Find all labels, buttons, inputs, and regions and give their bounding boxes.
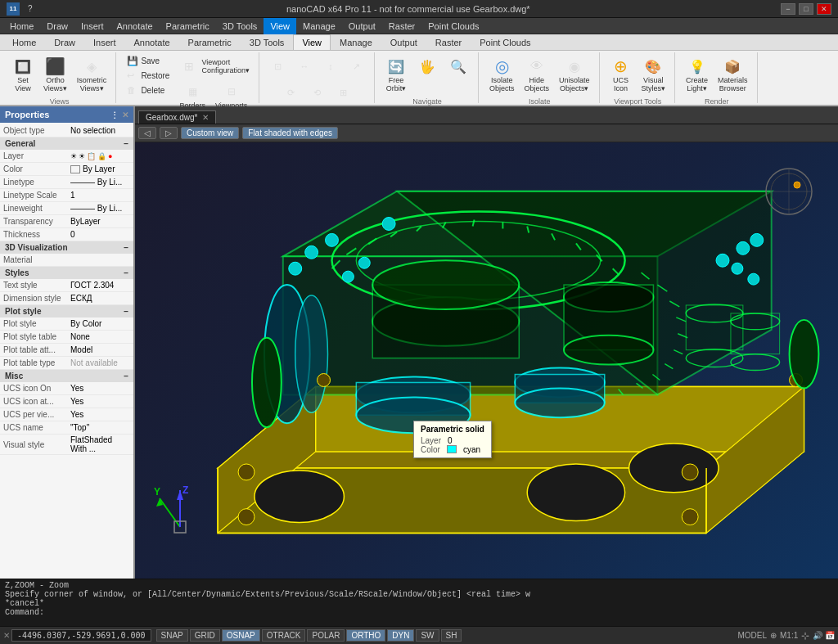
tab-draw[interactable]: Draw — [45, 34, 84, 50]
otrack-button[interactable]: OTRACK — [262, 629, 306, 642]
menu-item-parametric[interactable]: Parametric — [160, 18, 216, 34]
misc-collapse-icon[interactable]: − — [124, 372, 128, 381]
coord-btn-4[interactable]: ↗ — [345, 54, 369, 79]
ortho-views-button[interactable]: ⬛ OrthoViews▾ — [39, 54, 71, 96]
tab-parametric[interactable]: Parametric — [179, 34, 241, 50]
create-light-button[interactable]: 💡 CreateLight▾ — [682, 54, 712, 96]
tab-home[interactable]: Home — [3, 34, 45, 50]
props-toolbar-icon[interactable]: ⋮ — [110, 110, 119, 119]
menu-item-view[interactable]: View — [264, 18, 296, 34]
current-view-button[interactable]: Custom view — [181, 127, 239, 139]
plot-table-att-value[interactable]: Model — [70, 345, 130, 354]
pan-button[interactable]: 🖐 — [412, 54, 442, 79]
unisolate-objects-button[interactable]: ◉ UnisolateObjects▾ — [555, 54, 594, 96]
coord-btn-2[interactable]: ↔ — [292, 54, 317, 79]
3d-viz-collapse-icon[interactable]: − — [124, 243, 128, 252]
menu-item-output[interactable]: Output — [342, 18, 382, 34]
isolate-objects-button[interactable]: ◎ IsolateObjects — [485, 54, 519, 96]
isometric-views-button[interactable]: ◈ IsometricViews▾ — [73, 54, 111, 96]
command-area[interactable]: Z,ZOOM - Zoom Specify corner of window, … — [0, 579, 838, 626]
tab-annotate[interactable]: Annotate — [125, 34, 179, 50]
ribbon-group-views: 🔲 SetView ⬛ OrthoViews▾ ◈ IsometricViews… — [3, 52, 116, 103]
misc-section: Misc − UCS icon On Yes UCS icon at... Ye… — [0, 370, 133, 455]
sh-button[interactable]: SH — [441, 629, 462, 642]
ucs-name-value[interactable]: "Top" — [70, 423, 130, 432]
tab-view[interactable]: View — [293, 34, 331, 50]
menu-item-insert[interactable]: Insert — [74, 18, 110, 34]
linetype-value[interactable]: ——— By Li... — [70, 178, 130, 187]
nav-fwd-button[interactable]: ▷ — [160, 127, 178, 139]
visual-style-value[interactable]: FlatShaded With ... — [70, 435, 130, 453]
tab-raster[interactable]: Raster — [426, 34, 471, 50]
ucs-icon-btn-icon: ⊕ — [611, 56, 631, 76]
transparency-value[interactable]: ByLayer — [70, 217, 130, 226]
menu-item-home[interactable]: Home — [3, 18, 40, 34]
coord-btn-3[interactable]: ↕ — [318, 54, 343, 79]
dim-style-value[interactable]: ЕСКД — [70, 294, 130, 303]
dyn-button[interactable]: DYN — [387, 629, 414, 642]
ucs-icon-at-value[interactable]: Yes — [70, 397, 130, 406]
plot-style-table-value[interactable]: None — [70, 332, 130, 341]
coord-btn-1[interactable]: ⊡ — [266, 54, 291, 79]
svg-point-38 — [305, 245, 318, 259]
nav-back-button[interactable]: ◁ — [138, 127, 156, 139]
ucs-per-view-value[interactable]: Yes — [70, 410, 130, 419]
status-bar: ✕ -4496.0307,-529.9691,0.000 SNAP GRID O… — [0, 626, 838, 644]
menu-item-manage[interactable]: Manage — [296, 18, 342, 34]
save-icon: 💾 — [127, 56, 138, 66]
coord-btn-7[interactable]: ⊞ — [331, 80, 356, 105]
grid-button[interactable]: GRID — [190, 629, 220, 642]
visual-style-row: Visual style FlatShaded With ... — [0, 435, 133, 455]
shading-mode-button[interactable]: Flat shaded with edges — [242, 127, 338, 139]
osnap-button[interactable]: OSNAP — [222, 629, 260, 642]
props-close-icon[interactable]: ✕ — [122, 110, 128, 119]
color-value[interactable]: By Layer — [70, 164, 130, 173]
thickness-value[interactable]: 0 — [70, 230, 130, 239]
visual-styles-button[interactable]: 🎨 VisualStyles▾ — [638, 54, 670, 96]
ortho-button[interactable]: ORTHO — [346, 629, 385, 642]
plot-style-row-value[interactable]: By Color — [70, 319, 130, 328]
lineweight-value[interactable]: ——— By Li... — [70, 204, 130, 213]
sw-button[interactable]: SW — [416, 629, 439, 642]
coord-btn-6[interactable]: ⟲ — [305, 80, 330, 105]
menu-item-annotate[interactable]: Annotate — [110, 18, 160, 34]
maximize-button[interactable]: □ — [799, 3, 813, 15]
hide-objects-button[interactable]: 👁 HideObjects — [520, 54, 553, 96]
ucs-icon-on-value[interactable]: Yes — [70, 384, 130, 393]
free-orbit-button[interactable]: 🔄 FreeOrbit▾ — [381, 54, 411, 96]
tab-pointclouds[interactable]: Point Clouds — [471, 34, 539, 50]
tab-3dtools[interactable]: 3D Tools — [241, 34, 294, 50]
menu-item-draw[interactable]: Draw — [40, 18, 74, 34]
free-orbit-label: FreeOrbit▾ — [386, 77, 407, 93]
snap-button[interactable]: SNAP — [156, 629, 188, 642]
save-viewport-button[interactable]: 💾 Save — [123, 54, 173, 68]
close-button[interactable]: ✕ — [817, 3, 831, 15]
text-style-value[interactable]: ГОСТ 2.304 — [70, 281, 130, 290]
plot-style-collapse-icon[interactable]: − — [124, 307, 128, 316]
viewport[interactable]: Gearbox.dwg* ✕ ◁ ▷ Custom view Flat shad… — [135, 106, 838, 579]
tab-output[interactable]: Output — [381, 34, 426, 50]
layer-value[interactable]: ☀☀📋🔒● — [70, 152, 130, 160]
coord-btn-5[interactable]: ⟳ — [279, 80, 304, 105]
polar-button[interactable]: POLAR — [307, 629, 345, 642]
help-btn[interactable]: ? — [25, 4, 36, 13]
linetype-scale-value[interactable]: 1 — [70, 191, 130, 200]
delete-viewport-button[interactable]: 🗑 Delete — [123, 83, 173, 97]
viewport-config-button[interactable]: ⊞ ViewportConfiguration▾ — [175, 54, 254, 79]
menu-item-3dtools[interactable]: 3D Tools — [216, 18, 264, 34]
tab-insert[interactable]: Insert — [84, 34, 125, 50]
document-tab[interactable]: Gearbox.dwg* ✕ — [138, 110, 216, 124]
zoom-button[interactable]: 🔍 — [444, 54, 473, 79]
ucs-icon-button[interactable]: ⊕ UCSIcon — [606, 54, 636, 96]
menu-item-raster[interactable]: Raster — [382, 18, 421, 34]
viewport-canvas[interactable]: Parametric solid Layer 0 Color cyan Y — [135, 142, 838, 579]
set-view-button[interactable]: 🔲 SetView — [8, 54, 38, 96]
document-tab-close[interactable]: ✕ — [202, 113, 209, 122]
menu-item-pointclouds[interactable]: Point Clouds — [421, 18, 485, 34]
styles-collapse-icon[interactable]: − — [124, 268, 128, 277]
tab-manage[interactable]: Manage — [331, 34, 381, 50]
minimize-button[interactable]: − — [781, 3, 795, 15]
restore-viewport-button[interactable]: ↩ Restore — [123, 69, 173, 83]
materials-browser-button[interactable]: 📦 MaterialsBrowser — [714, 54, 752, 96]
general-collapse-icon[interactable]: − — [124, 139, 128, 148]
